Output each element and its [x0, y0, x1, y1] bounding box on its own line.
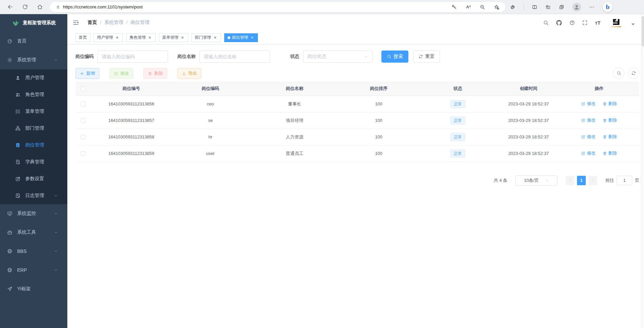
post-name-input[interactable]: [199, 51, 270, 63]
download-icon: [182, 71, 186, 76]
prev-page-button[interactable]: [566, 176, 574, 185]
text-size-icon[interactable]: тT: [595, 20, 601, 26]
row-delete-link[interactable]: 删除: [603, 150, 617, 156]
row-checkbox[interactable]: [81, 102, 86, 106]
sidebar-fold-icon[interactable]: [72, 19, 79, 26]
reset-button[interactable]: 重置: [413, 51, 440, 63]
book-icon: [15, 159, 21, 165]
refresh-table-button[interactable]: [628, 67, 639, 79]
split-screen-icon[interactable]: [532, 4, 537, 10]
tab-menu-mgmt[interactable]: 菜单管理×: [159, 33, 188, 42]
more-menu-icon[interactable]: [589, 4, 595, 10]
scrollbar-thumb[interactable]: [642, 16, 644, 46]
page-1-button[interactable]: 1: [577, 176, 586, 185]
row-edit-link[interactable]: 修改: [581, 101, 596, 107]
zoom-out-icon[interactable]: [480, 4, 485, 10]
sidebar-item-label: 日志管理: [25, 193, 44, 199]
chevron-down-icon: [364, 55, 368, 59]
page-size-select[interactable]: 10条/页: [515, 175, 557, 186]
sidebar-item-system-mgmt[interactable]: 系统管理: [0, 51, 67, 69]
search-icon[interactable]: [543, 20, 549, 26]
breadcrumb-system[interactable]: 系统管理: [104, 20, 123, 26]
user-icon: [15, 75, 21, 80]
row-delete-link[interactable]: 删除: [603, 117, 617, 123]
refresh-icon: [418, 54, 423, 59]
tab-close-icon[interactable]: ×: [250, 35, 255, 40]
dashboard-icon: [7, 38, 12, 44]
page-scrollbar[interactable]: [641, 14, 644, 328]
sidebar-item-label: 用户管理: [25, 75, 44, 81]
row-checkbox[interactable]: [81, 151, 86, 156]
sidebar-item-dictionary[interactable]: 字典管理: [0, 154, 67, 170]
tab-label: 用户管理: [97, 35, 113, 40]
tab-close-icon[interactable]: ×: [147, 35, 152, 40]
select-all-checkbox[interactable]: [81, 87, 86, 91]
status-select-placeholder: 岗位状态: [307, 54, 326, 60]
avatar-caret-icon[interactable]: [630, 22, 636, 27]
row-checkbox[interactable]: [81, 118, 86, 123]
show-search-button[interactable]: [613, 67, 624, 79]
tab-close-icon[interactable]: ×: [180, 35, 185, 40]
lock-icon[interactable]: [56, 5, 60, 9]
sidebar-item-roles[interactable]: 角色管理: [0, 86, 67, 103]
breadcrumb-home[interactable]: 首页: [88, 20, 97, 26]
home-icon[interactable]: [37, 4, 43, 10]
tab-user-mgmt[interactable]: 用户管理×: [94, 33, 123, 42]
next-page-button[interactable]: [588, 176, 597, 185]
collections-icon[interactable]: [559, 4, 564, 10]
sidebar-item-departments[interactable]: 部门管理: [0, 120, 67, 137]
sidebar-item-monitoring[interactable]: 系统监控: [0, 204, 67, 223]
row-edit-label: 修改: [587, 101, 596, 107]
bing-chat-icon[interactable]: b: [603, 2, 613, 12]
row-edit-link[interactable]: 修改: [581, 134, 596, 140]
tab-close-icon[interactable]: ×: [115, 35, 120, 40]
back-icon[interactable]: [7, 4, 13, 10]
sidebar-item-users[interactable]: 用户管理: [0, 69, 67, 86]
edit-icon: [581, 135, 585, 139]
tab-role-mgmt[interactable]: 角色管理×: [126, 33, 156, 42]
delete-button[interactable]: 删除: [143, 68, 167, 79]
edit-button[interactable]: 修改: [109, 68, 133, 79]
sidebar-item-parameters[interactable]: 参数设置: [0, 170, 67, 187]
read-aloud-icon[interactable]: [466, 4, 471, 10]
search-button[interactable]: 搜索: [381, 51, 408, 63]
row-delete-link[interactable]: 删除: [603, 101, 617, 107]
user-avatar-logo[interactable]: [611, 18, 621, 27]
reload-icon[interactable]: [22, 4, 28, 10]
row-delete-link[interactable]: 删除: [603, 134, 617, 140]
chevron-down-icon: [54, 194, 58, 198]
favorites-list-icon[interactable]: [545, 4, 551, 10]
export-button[interactable]: 导出: [177, 68, 201, 79]
sidebar-item-erp[interactable]: ERP: [0, 261, 67, 280]
tab-post-mgmt[interactable]: 岗位管理×: [224, 33, 258, 42]
extensions-puzzle-icon[interactable]: [510, 4, 515, 10]
row-edit-link[interactable]: 修改: [581, 150, 596, 156]
post-code-input[interactable]: [97, 51, 168, 63]
browser-profile-avatar[interactable]: [572, 3, 581, 11]
browser-toolbar: https://ccnetcore.com:1101/system/post b: [0, 0, 644, 14]
cell-post-id: 1641030593112313859: [91, 145, 172, 162]
tab-home[interactable]: 首页: [75, 33, 90, 42]
url-text[interactable]: https://ccnetcore.com:1101/system/post: [63, 4, 451, 9]
fullscreen-icon[interactable]: [582, 20, 588, 26]
sidebar-item-home[interactable]: 首页: [0, 32, 67, 51]
tab-dept-mgmt[interactable]: 部门管理×: [192, 33, 221, 42]
sidebar-item-tools[interactable]: 系统工具: [0, 223, 67, 242]
favorite-add-icon[interactable]: [494, 4, 499, 10]
row-edit-link[interactable]: 修改: [581, 117, 596, 123]
help-icon[interactable]: [569, 20, 575, 26]
goto-page-input[interactable]: [617, 176, 632, 185]
github-icon[interactable]: [556, 20, 562, 26]
row-checkbox[interactable]: [81, 135, 86, 139]
status-select[interactable]: 岗位状态: [303, 51, 373, 63]
tab-close-icon[interactable]: ×: [213, 35, 217, 40]
sidebar-item-yi-framework[interactable]: Yi框架: [0, 280, 67, 298]
table-row: 1641030593112313858 hr 人力资源 100 正常 2023-…: [75, 129, 639, 145]
sidebar-item-menus[interactable]: 菜单管理: [0, 103, 67, 120]
sidebar-item-logs[interactable]: 日志管理: [0, 187, 67, 204]
address-bar[interactable]: https://ccnetcore.com:1101/system/post: [50, 2, 505, 12]
sidebar-item-bbs[interactable]: BBS: [0, 242, 67, 261]
password-key-icon[interactable]: [451, 4, 457, 10]
sidebar-item-posts[interactable]: 岗位管理: [0, 137, 67, 154]
add-button[interactable]: 新增: [75, 68, 99, 79]
